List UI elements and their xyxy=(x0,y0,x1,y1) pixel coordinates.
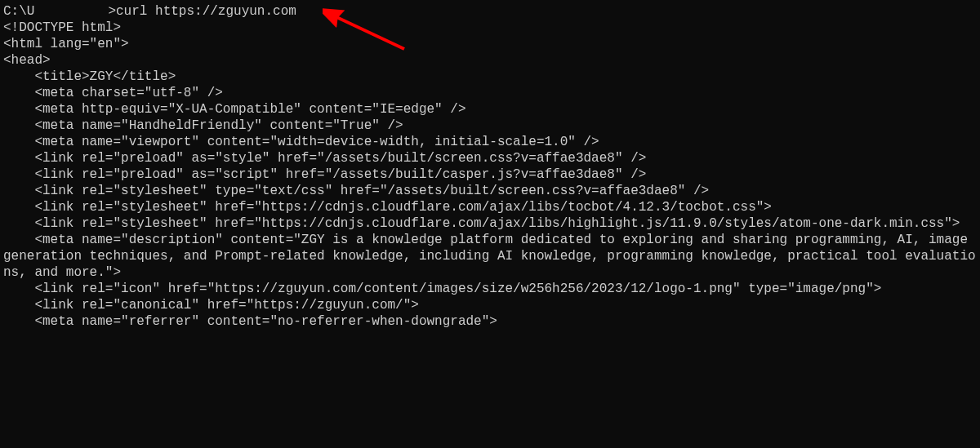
output-line-5: <title>ZGY</title> xyxy=(3,69,980,85)
prompt-suffix: > xyxy=(108,4,116,19)
output-line-12: <link rel="preload" as="script" href="/a… xyxy=(3,166,980,183)
output-line-9: <meta name="viewport" content="width=dev… xyxy=(3,134,980,150)
output-line-18: <link rel="stylesheet" href="https://cdn… xyxy=(3,215,980,232)
output-line-23: <meta name="referrer" content="no-referr… xyxy=(3,313,980,330)
output-line-14: <link rel="stylesheet" type="text/css" h… xyxy=(3,183,980,199)
output-line-3: <head> xyxy=(3,52,980,69)
output-line-20: <meta name="description" content="ZGY is… xyxy=(3,232,980,281)
output-line-11: <link rel="preload" as="style" href="/as… xyxy=(3,150,980,166)
command-text: curl https://zguyun.com xyxy=(116,4,296,19)
output-line-8: <meta name="HandheldFriendly" content="T… xyxy=(3,118,980,134)
output-line-7: <meta http-equiv="X-UA-Compatible" conte… xyxy=(3,101,980,118)
prompt-path-prefix: C:\U xyxy=(3,4,34,19)
output-line-22: <link rel="canonical" href="https://zguy… xyxy=(3,297,980,313)
command-prompt-line[interactable]: C:\U>curl https://zguyun.com xyxy=(3,3,980,20)
output-line-1: <!DOCTYPE html> xyxy=(3,20,980,36)
output-line-2: <html lang="en"> xyxy=(3,36,980,52)
output-line-16: <link rel="stylesheet" href="https://cdn… xyxy=(3,199,980,215)
output-line-6: <meta charset="utf-8" /> xyxy=(3,85,980,101)
redacted-path xyxy=(34,5,108,18)
output-line-21: <link rel="icon" href="https://zguyun.co… xyxy=(3,281,980,297)
